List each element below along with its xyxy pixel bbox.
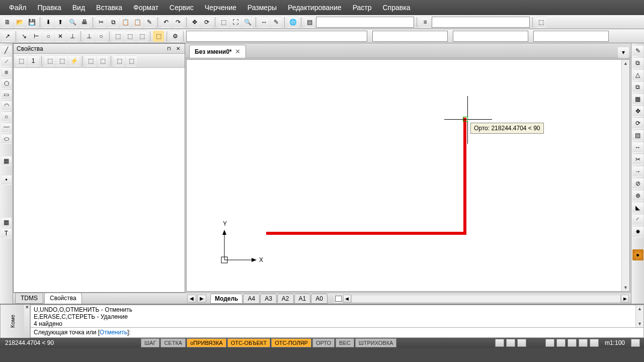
snap-settings1-icon[interactable]: ⬚ [112, 31, 123, 42]
snap-endpoint-icon[interactable]: ↘ [19, 31, 30, 42]
mod-explode-icon[interactable]: ✸ [632, 226, 643, 237]
print-preview-icon[interactable]: 🔍 [67, 17, 78, 28]
tab-a0[interactable]: А0 [311, 294, 328, 304]
snap-active-icon[interactable]: ⬚ [153, 31, 164, 42]
mod-extend-icon[interactable]: → [632, 166, 643, 177]
prop-tool7-icon[interactable]: ⬚ [97, 55, 108, 66]
tab-a2[interactable]: А2 [277, 294, 294, 304]
mod-stretch-icon[interactable]: ↔ [632, 142, 643, 153]
layer-toggle-icon[interactable]: ▤ [304, 17, 315, 28]
copy-icon[interactable]: ⧉ [108, 17, 119, 28]
doc-tabs-menu-icon[interactable]: ▾ [618, 47, 629, 58]
mod-rotate-icon[interactable]: ⟳ [632, 118, 643, 129]
status-icon-2[interactable] [506, 339, 515, 347]
zoom-extents-icon[interactable]: ⛶ [230, 17, 241, 28]
tab-a1[interactable]: А1 [294, 294, 311, 304]
mod-join-icon[interactable]: ⊕ [632, 190, 643, 201]
mod-copy-icon[interactable]: ⧉ [632, 57, 643, 68]
command-entry-2[interactable] [372, 31, 448, 42]
snap-tangent-icon[interactable]: ○ [96, 31, 107, 42]
cmd-close-icon[interactable]: ✕ [25, 305, 29, 310]
menu-insert[interactable]: Вставка [91, 2, 127, 14]
scroll-h-left-icon[interactable]: ◀ [343, 295, 351, 303]
command-entry-3[interactable] [453, 31, 528, 42]
command-entry-1[interactable] [186, 31, 367, 42]
snap-settings3-icon[interactable]: ⬚ [136, 31, 147, 42]
menu-view[interactable]: Вид [67, 2, 90, 14]
status-toggle-отс-объект[interactable]: ОТС-ОБЪЕКТ [227, 338, 270, 347]
menu-draw[interactable]: Черчение [200, 2, 242, 14]
snap-settings4-icon[interactable]: ⚙ [170, 31, 181, 42]
arc-tool-icon[interactable]: ◠ [2, 101, 12, 111]
snap-settings2-icon[interactable]: ⬚ [124, 31, 135, 42]
snap-perpendicular-icon[interactable]: ⊥ [84, 31, 95, 42]
mod-extra-icon[interactable]: ● [632, 249, 643, 260]
circle-tool-icon[interactable]: ○ [2, 112, 12, 122]
status-icon-6[interactable] [568, 339, 577, 347]
redo-icon[interactable]: ↷ [173, 17, 184, 28]
scroll-h-right-icon[interactable]: ▶ [621, 295, 629, 303]
prop-tool5-icon[interactable]: ⚡ [68, 55, 79, 66]
linetype-toggle-icon[interactable]: ≡ [420, 17, 431, 28]
status-toggle-орто[interactable]: ОРТО [312, 338, 335, 347]
menu-service[interactable]: Сервис [165, 2, 199, 14]
menu-file[interactable]: Файл [4, 2, 31, 14]
save-icon[interactable]: 💾 [26, 17, 37, 28]
print-icon[interactable]: 🖶 [79, 17, 90, 28]
line-tool-icon[interactable]: ╱ [2, 45, 12, 55]
tab-tdms[interactable]: TDMS [15, 293, 43, 304]
status-icon-1[interactable] [495, 339, 504, 347]
canvas-scrollbar-horizontal[interactable] [351, 295, 621, 303]
status-icon-4[interactable] [545, 339, 554, 347]
mod-offset-icon[interactable]: ⧉ [632, 81, 643, 93]
panel-pin-icon[interactable]: ⊓ [166, 45, 173, 52]
table-tool-icon[interactable]: ▦ [2, 217, 12, 227]
status-icon-7[interactable] [579, 339, 588, 347]
layout-menu-icon[interactable] [334, 295, 343, 303]
drawing-canvas[interactable]: Орто: 218244.4704 < 90 Y X [186, 59, 630, 292]
menu-raster[interactable]: Растр [348, 2, 377, 14]
command-history[interactable]: U,UNDO,О,ОТМЕНИТЬ - Отменить E,ERASE,С,С… [30, 305, 644, 328]
tab-properties[interactable]: Свойства [44, 293, 82, 304]
snap-node-icon[interactable]: ✕ [55, 31, 66, 42]
cmd-prompt-link[interactable]: Отменить [100, 329, 127, 336]
status-icon-5[interactable] [556, 339, 566, 347]
prop-tool4-icon[interactable]: ⬚ [56, 55, 67, 66]
menu-edit[interactable]: Правка [32, 2, 66, 14]
status-toggle-опривязка[interactable]: оПРИВЯЗКА [187, 338, 226, 347]
status-icon-9[interactable] [631, 339, 640, 347]
tool-palette-icon[interactable]: ✎ [271, 17, 282, 28]
polyline-tool-icon[interactable]: ⟋ [2, 56, 12, 66]
tab-nav-prev-icon[interactable]: ◀ [187, 295, 196, 303]
tab-a3[interactable]: А3 [260, 294, 277, 304]
panel-close-icon[interactable]: ✕ [175, 45, 182, 52]
snap-from-icon[interactable]: ↗ [2, 31, 13, 42]
mod-break-icon[interactable]: ⊘ [632, 178, 643, 189]
prop-tool9-icon[interactable]: ⬚ [126, 55, 137, 66]
linetype-dropdown[interactable] [432, 17, 530, 28]
prop-tool2-icon[interactable]: 1 [28, 55, 39, 66]
cut-icon[interactable]: ✂ [96, 17, 107, 28]
new-icon[interactable]: 🗎 [2, 17, 13, 28]
spline-tool-icon[interactable]: 〰 [2, 123, 12, 133]
status-toggle-сетка[interactable]: СЕТКА [160, 338, 186, 347]
prop-tool8-icon[interactable]: ⬚ [114, 55, 125, 66]
prop-tool1-icon[interactable]: ⬚ [16, 55, 27, 66]
zoom-realtime-icon[interactable]: 🔍 [242, 17, 253, 28]
mod-move-icon[interactable]: ✥ [632, 106, 643, 117]
hatch-tool-icon[interactable]: ▦ [2, 156, 12, 166]
status-icon-3[interactable] [517, 339, 526, 347]
rotate-view-icon[interactable]: ⟳ [201, 17, 212, 28]
match-props-icon[interactable]: ✎ [144, 17, 155, 28]
menu-modify[interactable]: Редактирование [283, 2, 347, 14]
snap-midpoint-icon[interactable]: ⊢ [31, 31, 42, 42]
pan-icon[interactable]: ✥ [189, 17, 200, 28]
export-icon[interactable]: ⬆ [55, 17, 66, 28]
tab-model[interactable]: Модель [210, 294, 243, 304]
tab-nav-next-icon[interactable]: ▶ [197, 295, 206, 303]
ellipse-tool-icon[interactable]: ⬭ [2, 134, 12, 144]
mod-erase-icon[interactable]: ✎ [632, 45, 643, 56]
import-icon[interactable]: ⬇ [43, 17, 54, 28]
rectangle-tool-icon[interactable]: ▭ [2, 89, 12, 100]
canvas-scrollbar-vertical[interactable] [621, 60, 629, 291]
